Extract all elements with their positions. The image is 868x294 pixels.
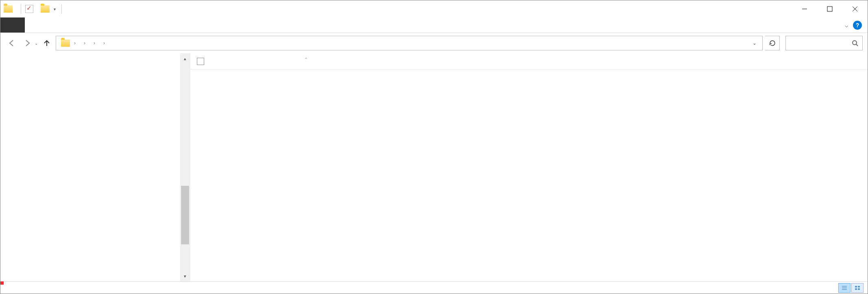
file-list-pane: ⌃ — [190, 53, 868, 281]
chevron-right-icon[interactable]: › — [83, 40, 86, 46]
minimize-button[interactable] — [792, 0, 817, 17]
status-bar — [0, 281, 868, 294]
svg-rect-12 — [858, 288, 860, 290]
search-input[interactable] — [785, 36, 863, 50]
close-button[interactable] — [842, 0, 868, 17]
divider — [21, 4, 21, 14]
navigation-pane: ▴ ▾ — [0, 53, 190, 281]
back-button[interactable] — [5, 37, 18, 50]
svg-rect-11 — [855, 288, 857, 290]
chevron-right-icon[interactable]: › — [73, 40, 76, 46]
divider — [61, 4, 62, 14]
up-button[interactable] — [40, 37, 53, 50]
tab-view[interactable] — [64, 17, 83, 33]
properties-qat-icon[interactable] — [25, 5, 33, 13]
sort-ascending-icon: ⌃ — [304, 57, 308, 62]
ribbon-tabs: ⌵ ? — [0, 17, 868, 33]
scroll-down-icon[interactable]: ▾ — [180, 271, 190, 281]
address-dropdown-icon[interactable]: ⌄ — [749, 40, 760, 46]
sidebar-scrollbar[interactable]: ▴ ▾ — [180, 53, 190, 281]
address-folder-icon — [61, 39, 70, 47]
help-icon[interactable]: ? — [853, 21, 862, 30]
app-folder-icon — [4, 5, 13, 13]
tab-file[interactable] — [0, 17, 25, 33]
svg-rect-1 — [827, 7, 832, 11]
svg-rect-10 — [858, 286, 860, 287]
scroll-up-icon[interactable]: ▴ — [180, 53, 190, 64]
svg-line-5 — [856, 44, 858, 46]
scroll-thumb[interactable] — [181, 186, 189, 244]
main-area: ▴ ▾ ⌃ — [0, 53, 868, 281]
svg-rect-9 — [855, 286, 857, 287]
navigation-bar: ⌄ › › › › ⌄ — [0, 33, 868, 53]
tab-home[interactable] — [25, 17, 44, 33]
breadcrumb-downloads[interactable] — [87, 41, 92, 45]
tab-share[interactable] — [44, 17, 64, 33]
quick-access-toolbar: ▾ — [0, 4, 67, 14]
column-headers: ⌃ — [190, 53, 868, 70]
select-all-checkbox[interactable] — [190, 58, 211, 65]
search-icon — [852, 40, 858, 46]
maximize-button[interactable] — [817, 0, 842, 17]
window-controls — [792, 0, 868, 17]
details-view-button[interactable] — [838, 283, 851, 293]
thumbnails-view-button[interactable] — [851, 283, 864, 293]
file-list — [190, 70, 868, 78]
breadcrumb-listoffiles[interactable] — [97, 41, 102, 45]
breadcrumb-this-pc[interactable] — [77, 41, 82, 45]
new-folder-qat-icon[interactable] — [41, 5, 50, 13]
expand-ribbon-icon[interactable]: ⌵ — [845, 22, 848, 28]
recent-locations-icon[interactable]: ⌄ — [35, 41, 38, 46]
chevron-right-icon[interactable]: › — [93, 40, 96, 46]
chevron-right-icon[interactable]: › — [103, 40, 106, 46]
titlebar: ▾ — [0, 0, 868, 17]
forward-button[interactable] — [21, 37, 34, 50]
qat-dropdown-icon[interactable]: ▾ — [52, 6, 57, 12]
svg-point-4 — [853, 41, 857, 45]
refresh-button[interactable] — [765, 36, 780, 50]
address-bar[interactable]: › › › › ⌄ — [56, 36, 763, 50]
